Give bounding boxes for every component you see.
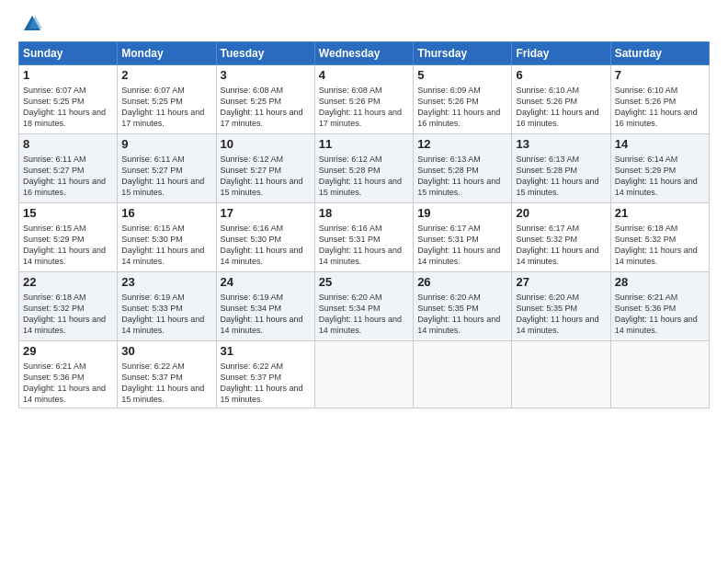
calendar-cell: 19Sunrise: 6:17 AMSunset: 5:31 PMDayligh…: [414, 203, 512, 272]
logo-icon: [22, 14, 42, 34]
day-info: Sunrise: 6:10 AMSunset: 5:26 PMDaylight:…: [615, 85, 705, 130]
calendar-cell: 11Sunrise: 6:12 AMSunset: 5:28 PMDayligh…: [314, 134, 413, 203]
day-number: 24: [221, 275, 311, 291]
day-header: Thursday: [414, 42, 512, 65]
day-info: Sunrise: 6:09 AMSunset: 5:26 PMDaylight:…: [417, 85, 507, 130]
day-info: Sunrise: 6:15 AMSunset: 5:30 PMDaylight:…: [121, 223, 211, 268]
calendar-cell: 3Sunrise: 6:08 AMSunset: 5:25 PMDaylight…: [216, 65, 314, 134]
day-info: Sunrise: 6:10 AMSunset: 5:26 PMDaylight:…: [516, 85, 606, 130]
calendar-cell: 22Sunrise: 6:18 AMSunset: 5:32 PMDayligh…: [19, 272, 118, 341]
calendar-cell: 25Sunrise: 6:20 AMSunset: 5:34 PMDayligh…: [314, 272, 413, 341]
calendar-cell: 28Sunrise: 6:21 AMSunset: 5:36 PMDayligh…: [610, 272, 709, 341]
day-number: 25: [319, 275, 409, 291]
day-info: Sunrise: 6:13 AMSunset: 5:28 PMDaylight:…: [516, 154, 606, 199]
calendar-cell: 24Sunrise: 6:19 AMSunset: 5:34 PMDayligh…: [216, 272, 314, 341]
day-info: Sunrise: 6:19 AMSunset: 5:33 PMDaylight:…: [121, 292, 211, 337]
calendar-cell: 6Sunrise: 6:10 AMSunset: 5:26 PMDaylight…: [512, 65, 610, 134]
day-number: 27: [516, 275, 606, 291]
day-info: Sunrise: 6:21 AMSunset: 5:36 PMDaylight:…: [23, 361, 113, 406]
day-info: Sunrise: 6:22 AMSunset: 5:37 PMDaylight:…: [221, 361, 311, 406]
day-number: 31: [221, 344, 311, 360]
day-info: Sunrise: 6:07 AMSunset: 5:25 PMDaylight:…: [23, 85, 113, 130]
day-number: 11: [319, 137, 409, 153]
calendar-cell: 16Sunrise: 6:15 AMSunset: 5:30 PMDayligh…: [118, 203, 216, 272]
day-number: 16: [121, 206, 211, 222]
calendar-table: SundayMondayTuesdayWednesdayThursdayFrid…: [18, 41, 710, 408]
calendar-cell: 12Sunrise: 6:13 AMSunset: 5:28 PMDayligh…: [414, 134, 512, 203]
day-header: Tuesday: [216, 42, 314, 65]
calendar-cell: 4Sunrise: 6:08 AMSunset: 5:26 PMDaylight…: [314, 65, 413, 134]
calendar-cell: 2Sunrise: 6:07 AMSunset: 5:25 PMDaylight…: [118, 65, 216, 134]
day-number: 17: [221, 206, 311, 222]
calendar-cell: 20Sunrise: 6:17 AMSunset: 5:32 PMDayligh…: [512, 203, 610, 272]
day-header: Monday: [118, 42, 216, 65]
day-number: 14: [615, 137, 705, 153]
day-number: 13: [516, 137, 606, 153]
day-info: Sunrise: 6:11 AMSunset: 5:27 PMDaylight:…: [121, 154, 211, 199]
day-number: 7: [615, 68, 705, 84]
day-number: 3: [221, 68, 311, 84]
day-number: 28: [615, 275, 705, 291]
calendar-cell: 29Sunrise: 6:21 AMSunset: 5:36 PMDayligh…: [19, 341, 118, 408]
day-number: 8: [23, 137, 113, 153]
calendar-cell: 9Sunrise: 6:11 AMSunset: 5:27 PMDaylight…: [118, 134, 216, 203]
calendar-cell: 7Sunrise: 6:10 AMSunset: 5:26 PMDaylight…: [610, 65, 709, 134]
day-info: Sunrise: 6:17 AMSunset: 5:31 PMDaylight:…: [417, 223, 507, 268]
calendar-cell: 18Sunrise: 6:16 AMSunset: 5:31 PMDayligh…: [314, 203, 413, 272]
day-header: Saturday: [610, 42, 709, 65]
header: [18, 14, 710, 34]
day-info: Sunrise: 6:16 AMSunset: 5:30 PMDaylight:…: [221, 223, 311, 268]
calendar-cell: 10Sunrise: 6:12 AMSunset: 5:27 PMDayligh…: [216, 134, 314, 203]
day-number: 20: [516, 206, 606, 222]
day-number: 22: [23, 275, 113, 291]
day-header: Wednesday: [314, 42, 413, 65]
day-info: Sunrise: 6:18 AMSunset: 5:32 PMDaylight:…: [23, 292, 113, 337]
day-info: Sunrise: 6:08 AMSunset: 5:25 PMDaylight:…: [221, 85, 311, 130]
calendar-cell: 8Sunrise: 6:11 AMSunset: 5:27 PMDaylight…: [19, 134, 118, 203]
day-number: 19: [417, 206, 507, 222]
day-info: Sunrise: 6:16 AMSunset: 5:31 PMDaylight:…: [319, 223, 409, 268]
day-info: Sunrise: 6:15 AMSunset: 5:29 PMDaylight:…: [23, 223, 113, 268]
day-number: 26: [417, 275, 507, 291]
calendar-cell: 17Sunrise: 6:16 AMSunset: 5:30 PMDayligh…: [216, 203, 314, 272]
day-header: Friday: [512, 42, 610, 65]
day-number: 23: [121, 275, 211, 291]
day-number: 21: [615, 206, 705, 222]
day-info: Sunrise: 6:18 AMSunset: 5:32 PMDaylight:…: [615, 223, 705, 268]
day-number: 5: [417, 68, 507, 84]
day-info: Sunrise: 6:07 AMSunset: 5:25 PMDaylight:…: [121, 85, 211, 130]
calendar-cell: 14Sunrise: 6:14 AMSunset: 5:29 PMDayligh…: [610, 134, 709, 203]
calendar-cell: [414, 341, 512, 408]
day-number: 29: [23, 344, 113, 360]
calendar-cell: [512, 341, 610, 408]
page: SundayMondayTuesdayWednesdayThursdayFrid…: [0, 0, 728, 563]
day-header: Sunday: [19, 42, 118, 65]
calendar-cell: 13Sunrise: 6:13 AMSunset: 5:28 PMDayligh…: [512, 134, 610, 203]
day-number: 9: [121, 137, 211, 153]
day-info: Sunrise: 6:12 AMSunset: 5:27 PMDaylight:…: [221, 154, 311, 199]
calendar-cell: [610, 341, 709, 408]
calendar-cell: 15Sunrise: 6:15 AMSunset: 5:29 PMDayligh…: [19, 203, 118, 272]
day-info: Sunrise: 6:22 AMSunset: 5:37 PMDaylight:…: [121, 361, 211, 406]
day-number: 4: [319, 68, 409, 84]
day-info: Sunrise: 6:11 AMSunset: 5:27 PMDaylight:…: [23, 154, 113, 199]
day-info: Sunrise: 6:19 AMSunset: 5:34 PMDaylight:…: [221, 292, 311, 337]
day-number: 1: [23, 68, 113, 84]
calendar-cell: 30Sunrise: 6:22 AMSunset: 5:37 PMDayligh…: [118, 341, 216, 408]
day-info: Sunrise: 6:20 AMSunset: 5:35 PMDaylight:…: [516, 292, 606, 337]
day-info: Sunrise: 6:13 AMSunset: 5:28 PMDaylight:…: [417, 154, 507, 199]
day-info: Sunrise: 6:08 AMSunset: 5:26 PMDaylight:…: [319, 85, 409, 130]
calendar-cell: 5Sunrise: 6:09 AMSunset: 5:26 PMDaylight…: [414, 65, 512, 134]
day-info: Sunrise: 6:21 AMSunset: 5:36 PMDaylight:…: [615, 292, 705, 337]
calendar-cell: [314, 341, 413, 408]
logo: [18, 14, 42, 34]
day-number: 10: [221, 137, 311, 153]
day-info: Sunrise: 6:20 AMSunset: 5:34 PMDaylight:…: [319, 292, 409, 337]
day-number: 2: [121, 68, 211, 84]
calendar-cell: 21Sunrise: 6:18 AMSunset: 5:32 PMDayligh…: [610, 203, 709, 272]
day-number: 12: [417, 137, 507, 153]
day-info: Sunrise: 6:17 AMSunset: 5:32 PMDaylight:…: [516, 223, 606, 268]
calendar-cell: 27Sunrise: 6:20 AMSunset: 5:35 PMDayligh…: [512, 272, 610, 341]
day-number: 15: [23, 206, 113, 222]
day-info: Sunrise: 6:20 AMSunset: 5:35 PMDaylight:…: [417, 292, 507, 337]
